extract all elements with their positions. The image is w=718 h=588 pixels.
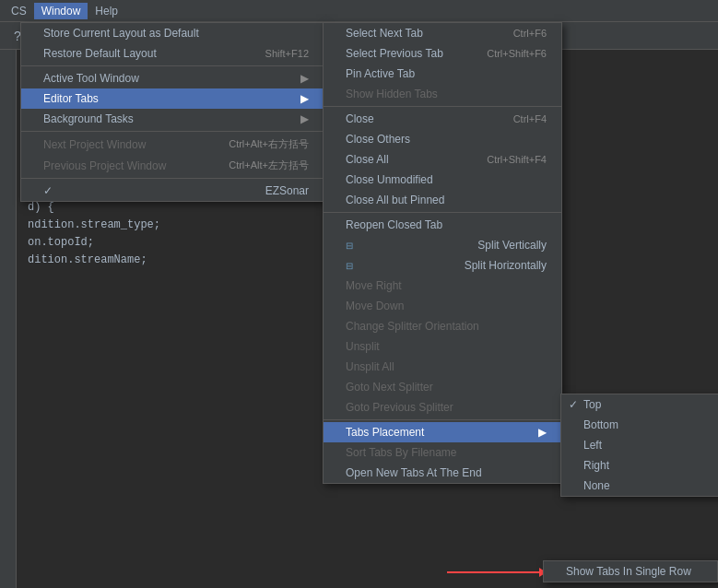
separator-1 — [21, 65, 324, 66]
tabs-placement-right-label: Right — [583, 459, 609, 472]
menu-next-project-window: Next Project Window Ctrl+Alt+右方括号 — [21, 134, 324, 155]
close-unmodified-label: Close Unmodified — [346, 173, 433, 186]
menu-restore-layout[interactable]: Restore Default Layout Shift+F12 — [21, 43, 324, 64]
menu-split-vertically[interactable]: ⊟ Split Vertically — [324, 235, 561, 255]
menubar-window[interactable]: Window — [34, 3, 88, 19]
menu-background-tasks[interactable]: Background Tasks ▶ — [21, 109, 324, 129]
move-down-label: Move Down — [346, 300, 404, 312]
menu-move-right: Move Right — [324, 276, 561, 296]
background-tasks-arrow-icon: ▶ — [300, 112, 309, 125]
menu-select-next-tab[interactable]: Select Next Tab Ctrl+F6 — [324, 23, 561, 43]
close-shortcut: Ctrl+F4 — [513, 113, 547, 124]
tabs-placement-bottom-label: Bottom — [583, 418, 618, 431]
menu-split-horizontally[interactable]: ⊟ Split Horizontally — [324, 255, 561, 276]
menu-prev-project-window-shortcut: Ctrl+Alt+左方括号 — [229, 159, 309, 172]
menubar-help[interactable]: Help — [88, 3, 125, 19]
menu-active-tool-window-label: Active Tool Window — [43, 72, 139, 85]
unsplit-label: Unsplit — [346, 340, 380, 353]
menu-reopen-closed-tab[interactable]: Reopen Closed Tab — [324, 215, 561, 235]
sort-tabs-label: Sort Tabs By Filename — [346, 446, 457, 459]
menu-store-layout[interactable]: Store Current Layout as Default — [21, 23, 324, 43]
move-right-label: Move Right — [346, 279, 402, 292]
tabs-placement-left-label: Left — [583, 439, 602, 452]
close-others-label: Close Others — [346, 133, 410, 146]
menu-ezsonar-label: EZSonar — [265, 184, 309, 197]
menu-goto-prev-splitter: Goto Previous Splitter — [324, 397, 561, 417]
close-all-but-pinned-label: Close All but Pinned — [346, 194, 444, 206]
select-next-tab-label: Select Next Tab — [346, 27, 423, 40]
editor-tabs-arrow-icon: ▶ — [300, 92, 309, 105]
close-label: Close — [346, 112, 374, 125]
editor-tabs-menu[interactable]: Select Next Tab Ctrl+F6 Select Previous … — [323, 22, 562, 484]
top-check-icon: ✓ — [569, 398, 578, 411]
menu-close-others[interactable]: Close Others — [324, 129, 561, 149]
tabs-placement-top[interactable]: ✓ Top — [561, 394, 718, 415]
select-next-tab-shortcut: Ctrl+F6 — [513, 28, 547, 39]
split-horizontally-icon: ⊟ — [346, 261, 353, 271]
menu-prev-project-window: Previous Project Window Ctrl+Alt+左方括号 — [21, 155, 324, 176]
menu-restore-layout-shortcut: Shift+F12 — [265, 48, 309, 59]
split-horizontally-label: Split Horizontally — [465, 259, 547, 272]
reopen-closed-tab-label: Reopen Closed Tab — [346, 218, 442, 231]
menu-next-project-window-label: Next Project Window — [43, 138, 146, 151]
close-all-label: Close All — [346, 153, 389, 166]
menu-unsplit-all: Unsplit All — [324, 357, 561, 377]
menu-tabs-placement[interactable]: Tabs Placement ▶ — [324, 422, 561, 442]
red-arrow-line — [447, 571, 539, 573]
split-vertically-icon: ⊟ — [346, 241, 353, 251]
menu-select-prev-tab[interactable]: Select Previous Tab Ctrl+Shift+F6 — [324, 43, 561, 64]
tabs-placement-left[interactable]: Left — [561, 435, 718, 455]
menu-restore-layout-label: Restore Default Layout — [43, 47, 157, 60]
show-tabs-single-row-container[interactable]: Show Tabs In Single Row — [543, 560, 718, 582]
menu-editor-tabs[interactable]: Editor Tabs ▶ — [21, 88, 324, 109]
menu-close-all[interactable]: Close All Ctrl+Shift+F4 — [324, 149, 561, 170]
menu-show-hidden-tabs: Show Hidden Tabs — [324, 84, 561, 104]
menu-close-unmodified[interactable]: Close Unmodified — [324, 170, 561, 190]
menu-store-layout-label: Store Current Layout as Default — [43, 27, 199, 40]
red-arrow-container — [447, 568, 547, 577]
arrow-icon: ▶ — [300, 72, 309, 85]
tabs-placement-arrow-icon: ▶ — [538, 426, 547, 439]
goto-next-splitter-label: Goto Next Splitter — [346, 381, 433, 394]
separator-et-3 — [324, 419, 561, 420]
menu-sort-tabs: Sort Tabs By Filename — [324, 442, 561, 463]
show-tabs-single-row-label: Show Tabs In Single Row — [566, 565, 691, 578]
tabs-placement-label: Tabs Placement — [346, 426, 424, 439]
close-all-shortcut: Ctrl+Shift+F4 — [487, 154, 547, 165]
menu-unsplit: Unsplit — [324, 336, 561, 357]
tabs-placement-right[interactable]: Right — [561, 455, 718, 476]
separator-et-1 — [324, 106, 561, 107]
open-new-tabs-label: Open New Tabs At The End — [346, 466, 482, 479]
menu-open-new-tabs[interactable]: Open New Tabs At The End — [324, 463, 561, 483]
tabs-placement-none-label: None — [583, 479, 610, 492]
menu-prev-project-window-label: Previous Project Window — [43, 159, 166, 172]
show-hidden-tabs-label: Show Hidden Tabs — [346, 88, 438, 100]
menubar-cs[interactable]: CS — [4, 3, 34, 19]
split-vertically-label: Split Vertically — [477, 239, 547, 252]
menu-active-tool-window[interactable]: Active Tool Window ▶ — [21, 68, 324, 88]
menu-move-down: Move Down — [324, 296, 561, 316]
menu-pin-active-tab[interactable]: Pin Active Tab — [324, 64, 561, 84]
select-prev-tab-label: Select Previous Tab — [346, 47, 443, 60]
unsplit-all-label: Unsplit All — [346, 360, 394, 373]
goto-prev-splitter-label: Goto Previous Splitter — [346, 401, 453, 414]
menu-next-project-window-shortcut: Ctrl+Alt+右方括号 — [229, 137, 309, 151]
menu-show-tabs-single-row[interactable]: Show Tabs In Single Row — [544, 561, 717, 582]
window-menu[interactable]: Store Current Layout as Default Restore … — [20, 22, 324, 202]
menu-background-tasks-label: Background Tasks — [43, 112, 134, 125]
separator-2 — [21, 131, 324, 132]
separator-3 — [21, 178, 324, 179]
menu-close-all-but-pinned[interactable]: Close All but Pinned — [324, 190, 561, 210]
tabs-placement-menu[interactable]: ✓ Top Bottom Left Right None — [560, 394, 718, 497]
pin-active-tab-label: Pin Active Tab — [346, 67, 415, 80]
menu-ezsonar[interactable]: ✓ EZSonar — [21, 181, 324, 201]
tabs-placement-top-label: Top — [583, 398, 601, 411]
separator-et-2 — [324, 212, 561, 213]
menu-close[interactable]: Close Ctrl+F4 — [324, 109, 561, 129]
select-prev-tab-shortcut: Ctrl+Shift+F6 — [487, 48, 547, 59]
menubar: CS Window Help — [0, 0, 718, 22]
tabs-placement-bottom[interactable]: Bottom — [561, 415, 718, 435]
sidebar-left — [0, 50, 17, 588]
menu-change-splitter: Change Splitter Orientation — [324, 316, 561, 336]
tabs-placement-none[interactable]: None — [561, 476, 718, 496]
